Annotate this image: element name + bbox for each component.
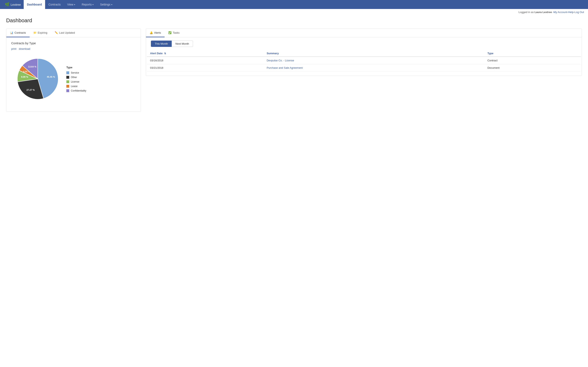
- page-title: Dashboard: [6, 17, 582, 24]
- month-tab-bar: This Month Next Month: [147, 37, 581, 47]
- tab-contracts[interactable]: 📊 Contracts: [6, 29, 30, 37]
- last-updated-tab-icon: ✏️: [55, 31, 58, 34]
- tab-last-updated[interactable]: ✏️ Last Updated: [51, 29, 79, 37]
- last-updated-tab-label: Last Updated: [59, 31, 75, 34]
- nav-item-settings[interactable]: Settings ▾: [97, 0, 116, 9]
- col-summary: Summary: [263, 50, 484, 57]
- right-tab-bar: 🔔 Alerts ✅ Tasks: [146, 29, 582, 37]
- legend-label-other: Other: [71, 76, 77, 79]
- this-month-tab[interactable]: This Month: [151, 41, 172, 47]
- left-panel-body: Contracts by Type print download 45.45 %…: [6, 37, 141, 111]
- alerts-tbody: 03/16/2018 Devpulse Co. - License Contra…: [147, 57, 581, 72]
- nav-item-reports[interactable]: Reports ▾: [78, 0, 97, 9]
- download-link[interactable]: download: [19, 47, 30, 50]
- expiring-tab-label: Expiring: [38, 31, 47, 34]
- view-dropdown-arrow: ▾: [74, 3, 75, 6]
- row1-summary: Devpulse Co. - License: [263, 57, 484, 64]
- legend-item-lease: Lease: [66, 85, 86, 88]
- brand[interactable]: 🌿 Lextree: [2, 0, 24, 9]
- chart-legend: Type Service Other License: [66, 66, 86, 92]
- nav-label-dashboard: Dashboard: [27, 3, 42, 6]
- print-link[interactable]: print: [11, 47, 16, 50]
- svg-text:13.64 %: 13.64 %: [28, 66, 36, 68]
- row2-type: Document: [484, 64, 581, 72]
- legend-swatch-service: [66, 71, 69, 74]
- settings-dropdown-arrow: ▾: [111, 3, 112, 6]
- left-panel: 📊 Contracts 📁 Expiring ✏️ Last Updated C…: [6, 29, 141, 112]
- legend-label-license: License: [71, 80, 79, 83]
- legend-label-service: Service: [71, 71, 79, 74]
- brand-icon: 🌿: [5, 2, 9, 7]
- row2-summary-link[interactable]: Purchase and Sale Agreement: [267, 66, 303, 69]
- panel-actions: print download: [11, 47, 136, 50]
- nav-item-contracts[interactable]: Contracts: [45, 0, 64, 9]
- nav-label-view: View: [67, 3, 73, 6]
- right-panel-body: This Month Next Month Alert Date ⇅ Summa…: [146, 37, 582, 76]
- legend-item-license: License: [66, 80, 86, 83]
- legend-label-lease: Lease: [71, 85, 78, 88]
- legend-swatch-lease: [66, 85, 69, 88]
- tab-alerts[interactable]: 🔔 Alerts: [146, 29, 164, 37]
- right-panel: 🔔 Alerts ✅ Tasks This Month Next Month: [146, 29, 582, 76]
- alerts-tab-icon: 🔔: [150, 31, 153, 34]
- col-alert-date[interactable]: Alert Date ⇅: [147, 50, 263, 57]
- col-type: Type: [484, 50, 581, 57]
- reports-dropdown-arrow: ▾: [93, 3, 94, 6]
- nav-item-dashboard[interactable]: Dashboard: [24, 0, 45, 9]
- row1-date: 03/16/2018: [147, 57, 263, 64]
- svg-text:9.09 %: 9.09 %: [21, 76, 28, 78]
- pie-chart: 45.45 %27.27 %9.09 %4.55 %13.64 %: [15, 57, 60, 101]
- tab-tasks[interactable]: ✅ Tasks: [164, 29, 183, 37]
- legend-item-other: Other: [66, 76, 86, 79]
- navbar: 🌿 Lextree Dashboard Contracts View ▾ Rep…: [0, 0, 588, 9]
- alerts-tab-label: Alerts: [154, 31, 161, 34]
- row1-summary-link[interactable]: Devpulse Co. - License: [267, 59, 294, 62]
- table-row: 03/21/2018 Purchase and Sale Agreement D…: [147, 64, 581, 72]
- dashboard-grid: 📊 Contracts 📁 Expiring ✏️ Last Updated C…: [6, 29, 582, 112]
- logged-in-text: Logged in as Laura Lextree -: [519, 11, 553, 14]
- nav-label-settings: Settings: [100, 3, 111, 6]
- contracts-tab-label: Contracts: [15, 31, 26, 34]
- legend-title: Type: [66, 66, 86, 69]
- contracts-tab-icon: 📊: [10, 31, 13, 34]
- table-row: 03/16/2018 Devpulse Co. - License Contra…: [147, 57, 581, 64]
- my-account-link[interactable]: My Account: [553, 11, 567, 14]
- brand-name: Lextree: [11, 3, 21, 6]
- alerts-table: Alert Date ⇅ Summary Type: [147, 50, 581, 72]
- tasks-tab-icon: ✅: [168, 31, 172, 34]
- legend-label-confidentiality: Confidentiality: [71, 89, 86, 92]
- tab-expiring[interactable]: 📁 Expiring: [30, 29, 51, 37]
- legend-swatch-other: [66, 76, 69, 79]
- help-link[interactable]: Help: [568, 11, 574, 14]
- legend-swatch-confidentiality: [66, 89, 69, 92]
- expiring-tab-icon: 📁: [33, 31, 36, 34]
- logout-link[interactable]: Log Out: [575, 11, 584, 14]
- legend-item-service: Service: [66, 71, 86, 74]
- tasks-tab-label: Tasks: [173, 31, 180, 34]
- sort-icon-date: ⇅: [164, 52, 166, 55]
- legend-swatch-license: [66, 80, 69, 83]
- left-tab-bar: 📊 Contracts 📁 Expiring ✏️ Last Updated: [6, 29, 141, 37]
- chart-section-title: Contracts by Type: [11, 42, 136, 45]
- nav-label-reports: Reports: [82, 3, 92, 6]
- row2-summary: Purchase and Sale Agreement: [263, 64, 484, 72]
- legend-item-confidentiality: Confidentiality: [66, 89, 86, 92]
- chart-area: 45.45 %27.27 %9.09 %4.55 %13.64 % Type S…: [11, 54, 136, 108]
- row2-date: 03/21/2018: [147, 64, 263, 72]
- pie-chart-svg: 45.45 %27.27 %9.09 %4.55 %13.64 %: [15, 57, 60, 101]
- table-header-row: Alert Date ⇅ Summary Type: [147, 50, 581, 57]
- svg-text:45.45 %: 45.45 %: [47, 76, 55, 78]
- nav-item-view[interactable]: View ▾: [64, 0, 78, 9]
- nav-label-contracts: Contracts: [48, 3, 61, 6]
- top-bar: Logged in as Laura Lextree - My Account …: [0, 9, 588, 15]
- page-content: Dashboard 📊 Contracts 📁 Expiring ✏️ Last…: [0, 15, 588, 118]
- row1-type: Contract: [484, 57, 581, 64]
- next-month-tab[interactable]: Next Month: [172, 41, 193, 47]
- svg-text:27.27 %: 27.27 %: [26, 89, 35, 91]
